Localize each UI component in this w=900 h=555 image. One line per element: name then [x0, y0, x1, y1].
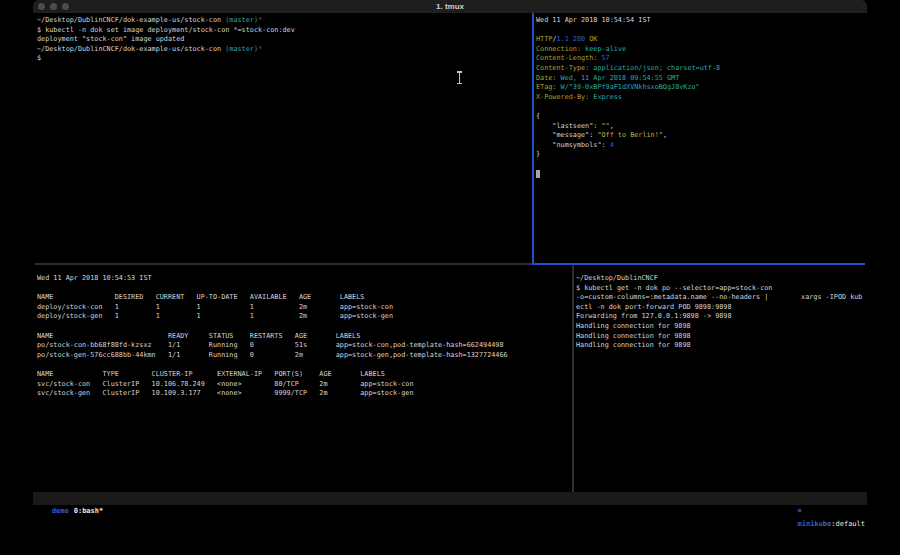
terminal-line: X-Powered-By: Express	[536, 93, 866, 103]
terminal-text-segment: *	[258, 16, 262, 24]
terminal-text-segment: NAME DESIRED CURRENT UP-TO-DATE AVAILABL…	[37, 293, 364, 301]
terminal-text-segment: :	[601, 141, 609, 149]
terminal-line	[37, 322, 571, 332]
terminal-line: Forwarding from 127.0.0.1:9898 -> 9898	[576, 312, 866, 322]
terminal-line: }	[536, 150, 866, 160]
window-titlebar[interactable]: 1. tmux	[33, 0, 867, 13]
terminal-text-segment: $ kubectl -n dok set image deployment/st…	[37, 26, 295, 34]
terminal-text-segment: Forwarding from 127.0.0.1:9898 -> 9898	[576, 312, 732, 320]
terminal-line	[536, 160, 866, 170]
terminal-text-segment: -o=custom-columns=:metadata.name --no-he…	[576, 293, 862, 301]
terminal-text-segment: Wed 11 Apr 2018 10:54:53 IST	[37, 274, 152, 282]
terminal-text-segment: ~/Desktop/DublinCNCF/dok-example-us/stoc…	[37, 16, 225, 24]
terminal-text-segment: Express	[589, 93, 622, 101]
terminal-text-segment: Handling connection for 9898	[576, 341, 691, 349]
terminal-text-segment: Connection:	[536, 45, 581, 53]
terminal-text-segment: ,	[610, 122, 614, 130]
terminal-line: ~/Desktop/DublinCNCF/dok-example-us/stoc…	[37, 16, 531, 26]
terminal-text-segment: application/json; charset=utf-8	[589, 64, 720, 72]
terminal-text-segment: "Off to Berlin!"	[597, 131, 662, 139]
terminal-line: -o=custom-columns=:metadata.name --no-he…	[576, 293, 866, 303]
terminal-line: "numsymbols": 4	[536, 141, 866, 151]
pane-kubectl-watch[interactable]: Wed 11 Apr 2018 10:54:53 IST NAME DESIRE…	[37, 274, 571, 490]
terminal-line: po/stock-con-bb68f88fd-kzsxz 1/1 Running…	[37, 341, 571, 351]
terminal-line	[37, 284, 571, 294]
pane-port-forward[interactable]: ~/Desktop/DublinCNCF$ kubectl get -n dok…	[576, 274, 866, 490]
terminal-text-segment: deployment "stock-con" image updated	[37, 35, 184, 43]
terminal-line: NAME READY STATUS RESTARTS AGE LABELS	[37, 332, 571, 342]
terminal-text-segment: W/"39-0xBPf9aF1dXVNkhsxoBQgJ8vKzo"	[556, 83, 699, 91]
terminal-line: Handling connection for 9898	[576, 322, 866, 332]
block-cursor	[536, 170, 540, 178]
terminal-text-segment: Content-Type:	[536, 64, 589, 72]
close-button-icon[interactable]	[38, 3, 45, 10]
terminal-line: $	[37, 54, 531, 64]
terminal-text-segment: "lastseen"	[536, 122, 593, 130]
terminal-line: deploy/stock-gen 1 1 1 1 2m app=stock-ge…	[37, 312, 571, 322]
terminal-window: 1. tmux ~/Desktop/DublinCNCF/dok-example…	[33, 0, 867, 505]
terminal-line	[536, 170, 866, 180]
terminal-line: deploy/stock-con 1 1 1 1 2m app=stock-co…	[37, 303, 571, 313]
session-name[interactable]: demo	[52, 507, 69, 515]
minimize-button-icon[interactable]	[50, 3, 57, 10]
pane-http-response[interactable]: Wed 11 Apr 2018 10:54:54 IST HTTP/1.1 20…	[536, 16, 866, 262]
mouse-ibeam-cursor	[456, 71, 463, 84]
terminal-text-segment: "numsymbols"	[536, 141, 601, 149]
pane-divider-vertical[interactable]	[572, 265, 574, 492]
terminal-text-segment: 1.1 200	[556, 35, 585, 43]
terminal-text-segment: Handling connection for 9898	[576, 322, 691, 330]
terminal-line: NAME DESIRED CURRENT UP-TO-DATE AVAILABL…	[37, 293, 571, 303]
terminal-text-segment: Wed 11 Apr 2018 10:54:54 IST	[536, 16, 651, 24]
terminal-text-segment: ectl -n dok port-forward POD 9898:9898	[576, 303, 732, 311]
terminal-line: Wed 11 Apr 2018 10:54:53 IST	[37, 274, 571, 284]
terminal-text-segment: Date:	[536, 74, 556, 82]
terminal-line: Connection: keep-alive	[536, 45, 866, 55]
terminal-text-segment: HTTP	[536, 35, 552, 43]
terminal-line: HTTP/1.1 200 OK	[536, 35, 866, 45]
terminal-line: ectl -n dok port-forward POD 9898:9898	[576, 303, 866, 313]
terminal-line: $ kubectl get -n dok po --selector=app=s…	[576, 284, 866, 294]
terminal-line: Wed 11 Apr 2018 10:54:54 IST	[536, 16, 866, 26]
terminal-text-segment: Content-Length:	[536, 54, 597, 62]
tmux-status-bar: demo0:bash* ☸ minikube:default	[33, 492, 867, 505]
terminal-line: svc/stock-gen ClusterIP 10.109.3.177 <no…	[37, 389, 571, 399]
terminal-line: Content-Type: application/json; charset=…	[536, 64, 866, 74]
terminal-line: deployment "stock-con" image updated	[37, 35, 531, 45]
terminal-line: {	[536, 112, 866, 122]
zoom-button-icon[interactable]	[62, 3, 69, 10]
terminal-text-segment: $ kubectl get -n dok po --selector=app=s…	[576, 284, 772, 292]
terminal-text-segment: keep-alive	[581, 45, 626, 53]
pane-divider-horizontal-active[interactable]	[532, 263, 865, 265]
terminal-text-segment: deploy/stock-gen 1 1 1 1 2m app=stock-ge…	[37, 312, 393, 320]
terminal-text-segment: (master)	[225, 16, 258, 24]
terminal-line: "message": "Off to Berlin!",	[536, 131, 866, 141]
terminal-line: Content-Length: 57	[536, 54, 866, 64]
terminal-text-segment: X-Powered-By:	[536, 93, 589, 101]
terminal-text-segment: 57	[597, 54, 609, 62]
terminal-line: ~/Desktop/DublinCNCF	[576, 274, 866, 284]
terminal-line: ETag: W/"39-0xBPf9aF1dXVNkhsxoBQgJ8vKzo"	[536, 83, 866, 93]
terminal-line	[536, 102, 866, 112]
terminal-line	[37, 360, 571, 370]
window-title: 1. tmux	[33, 0, 867, 13]
terminal-line: NAME TYPE CLUSTER-IP EXTERNAL-IP PORT(S)…	[37, 370, 571, 380]
terminal-line: Handling connection for 9898	[576, 332, 866, 342]
kube-namespace: :default	[831, 520, 865, 528]
terminal-line: "lastseen": "",	[536, 122, 866, 132]
active-window-label[interactable]: 0:bash*	[74, 507, 104, 515]
terminal-text-segment: 4	[610, 141, 614, 149]
terminal-line: ~/Desktop/DublinCNCF/dok-example-us/stoc…	[37, 45, 531, 55]
terminal-text-segment: NAME TYPE CLUSTER-IP EXTERNAL-IP PORT(S)…	[37, 370, 385, 378]
pane-divider-vertical-active[interactable]	[532, 13, 534, 264]
pane-divider-horizontal[interactable]	[35, 263, 532, 265]
terminal-line: Date: Wed, 11 Apr 2018 09:54:55 GMT	[536, 74, 866, 84]
terminal-text-segment: ""	[601, 122, 609, 130]
terminal-text-segment: ~/Desktop/DublinCNCF	[576, 274, 658, 282]
terminal-text-segment: svc/stock-gen ClusterIP 10.109.3.177 <no…	[37, 389, 413, 397]
terminal-text-segment: {	[536, 112, 540, 120]
terminal-line: svc/stock-con ClusterIP 10.106.78.249 <n…	[37, 380, 571, 390]
pane-shell-set-image[interactable]: ~/Desktop/DublinCNCF/dok-example-us/stoc…	[37, 16, 531, 262]
terminal-text-segment: NAME READY STATUS RESTARTS AGE LABELS	[37, 332, 360, 340]
terminal-line: Handling connection for 9898	[576, 341, 866, 351]
terminal-text-segment: ~/Desktop/DublinCNCF/dok-example-us/stoc…	[37, 45, 225, 53]
